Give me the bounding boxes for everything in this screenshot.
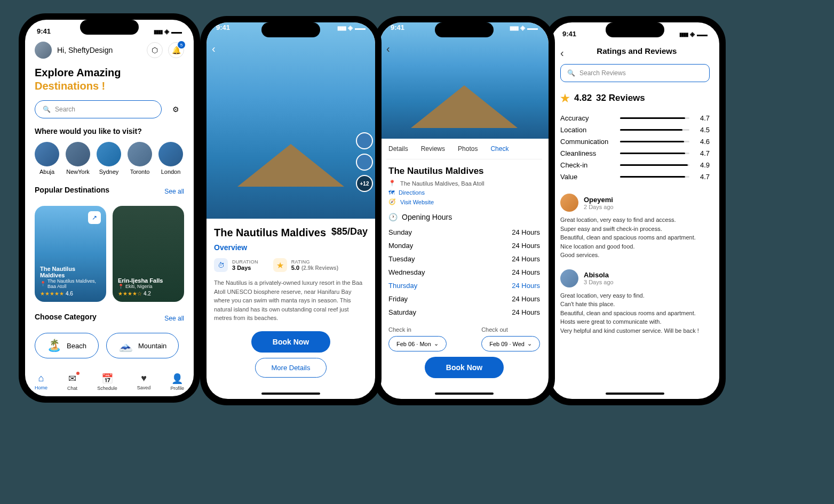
back-button[interactable]: ‹	[212, 43, 216, 55]
bottom-nav: ⌂Home ✉Chat 📅Schedule ♥Saved 👤Profile	[35, 373, 184, 391]
settings-icon[interactable]: ⬡	[147, 42, 163, 58]
hours: 24 Hours	[512, 268, 540, 276]
rating-category: Check-in	[560, 161, 614, 169]
phone-detail: 9:41 ‹ +12 The Nautilus Maldives $85/Day…	[200, 16, 382, 405]
pin-icon: 📍	[388, 180, 396, 187]
status-time: 9:41	[216, 23, 230, 31]
rating-bar-row: Location4.5	[560, 126, 710, 134]
notch	[606, 22, 664, 37]
category-beach[interactable]: 🏝️Beach	[35, 333, 99, 358]
home-icon: ⌂	[35, 373, 47, 384]
review-time: 3 Days ago	[584, 279, 614, 285]
nav-home[interactable]: ⌂Home	[35, 373, 47, 391]
meta-row: ⏱ DURATION3 Days ★ RATING5.0(2.9k Review…	[214, 258, 368, 272]
day: Monday	[388, 242, 413, 250]
tab-details[interactable]: Details	[388, 145, 408, 153]
rating-bar-row: Accuracy4.7	[560, 114, 710, 122]
search-reviews-input[interactable]: 🔍Search Reviews	[560, 64, 710, 82]
website-link[interactable]: 🧭Visit Website	[388, 198, 540, 205]
city-london[interactable]: London	[158, 142, 183, 175]
tab-reviews[interactable]: Reviews	[421, 145, 445, 153]
city-label: NewYork	[66, 169, 90, 175]
photo-thumbnails: +12	[356, 132, 373, 192]
price: $85/Day	[331, 226, 368, 237]
city-sydney[interactable]: Sydney	[97, 142, 121, 175]
rating-bar-row: Value4.7	[560, 173, 710, 181]
see-all-category[interactable]: See all	[164, 315, 184, 322]
more-details-button[interactable]: More Details	[255, 358, 327, 378]
city-image	[158, 142, 183, 166]
filter-button[interactable]: ⚙	[167, 101, 184, 118]
avatar[interactable]	[35, 42, 52, 59]
screen-reviews: 9:41 ‹ Ratings and Reviews 🔍Search Revie…	[551, 22, 719, 399]
meta-duration: ⏱ DURATION3 Days	[214, 258, 258, 272]
rating-bar-row: Communication4.6	[560, 138, 710, 146]
tab-photos[interactable]: Photos	[458, 145, 478, 153]
notch	[80, 20, 139, 35]
review-text: Great location, very easy to find and ac…	[560, 215, 710, 260]
directions-link[interactable]: 🗺Directions	[388, 189, 540, 196]
signal-icon	[154, 27, 162, 35]
greeting-text: Hi, SheftyDesign	[57, 46, 113, 54]
hero-line2: Destinations !	[35, 80, 105, 92]
city-toronto[interactable]: Toronto	[128, 142, 152, 175]
hero-image: 9:41 ‹ +12	[206, 22, 375, 219]
rating-category: Value	[560, 173, 614, 181]
thumbnail[interactable]	[356, 132, 373, 149]
search-input[interactable]: 🔍Search	[35, 100, 162, 118]
popular-header: Popular Destinations See all	[35, 182, 184, 201]
phone-home: 9:41 Hi, SheftyDesign ⬡ 🔔5 Explore Amazi…	[19, 13, 200, 403]
destination-card-erin[interactable]: Erin-Ijesha Falls 📍Ekiti, Nigeria ★★★★☆4…	[113, 206, 184, 302]
rating-value: 4.7	[696, 173, 710, 181]
wifi-icon	[164, 27, 169, 35]
detail-content: 9:41 ‹ +12 The Nautilus Maldives $85/Day…	[206, 22, 375, 378]
checkin-picker[interactable]: Feb 06 · Mon⌄	[388, 336, 447, 351]
tab-check[interactable]: Check	[490, 145, 509, 153]
hours-title: 🕐Opening Hours	[388, 213, 540, 221]
see-all-popular[interactable]: See all	[164, 188, 184, 195]
category-label: Mountain	[138, 342, 166, 350]
day: Sunday	[388, 228, 412, 236]
notification-icon[interactable]: 🔔5	[168, 42, 184, 58]
nav-profile[interactable]: 👤Profile	[170, 373, 184, 391]
destination-location: 📍The Nautilus Maldives, Baa Atoll	[40, 278, 101, 289]
book-now-button[interactable]: Book Now	[251, 331, 330, 353]
rating-bar	[620, 176, 689, 178]
hours-row: Tuesday24 Hours	[388, 252, 540, 266]
overview-tab[interactable]: Overview	[214, 243, 247, 252]
place-name: The Nautilus Maldives	[214, 226, 326, 239]
nav-chat[interactable]: ✉Chat	[67, 373, 77, 391]
rating-value: 4.5	[696, 126, 710, 134]
category-mountain[interactable]: 🗻Mountain	[106, 333, 179, 358]
back-button[interactable]: ‹	[560, 47, 564, 59]
destination-name: The Nautilus Maldives	[40, 266, 101, 278]
category-title: Choose Category	[35, 313, 97, 321]
back-button[interactable]: ‹	[386, 43, 390, 55]
notch	[435, 22, 494, 37]
phone-booking: 9:41 ‹ Details Reviews Photos Check The …	[374, 16, 555, 405]
reviews-content: ‹ Ratings and Reviews 🔍Search Reviews ★ …	[551, 42, 719, 335]
checkout-picker[interactable]: Feb 09 · Wed⌄	[481, 336, 540, 351]
city-newyork[interactable]: NewYork	[66, 142, 90, 175]
compass-icon: 🧭	[388, 198, 396, 205]
nav-saved[interactable]: ♥Saved	[137, 373, 151, 391]
review-time: 2 Days ago	[584, 204, 614, 210]
open-icon[interactable]: ↗	[88, 211, 101, 224]
rating-bar-row: Cleanliness4.7	[560, 149, 710, 157]
reviewer-avatar	[560, 194, 578, 212]
home-indicator[interactable]	[606, 393, 664, 395]
thumbnail-more[interactable]: +12	[356, 175, 373, 192]
duration-label: DURATION	[232, 259, 258, 265]
book-now-button[interactable]: Book Now	[425, 357, 504, 378]
thumbnail[interactable]	[356, 154, 373, 171]
home-indicator[interactable]	[261, 393, 320, 395]
home-indicator[interactable]	[435, 393, 494, 395]
city-image	[35, 142, 59, 166]
destination-card-nautilus[interactable]: ↗ The Nautilus Maldives 📍The Nautilus Ma…	[35, 206, 106, 302]
hours: 24 Hours	[512, 242, 540, 250]
rating-value: 4.6	[696, 138, 710, 146]
city-label: Toronto	[130, 169, 150, 175]
nav-schedule[interactable]: 📅Schedule	[97, 373, 117, 391]
city-abuja[interactable]: Abuja	[35, 142, 59, 175]
rating-category: Location	[560, 126, 614, 134]
